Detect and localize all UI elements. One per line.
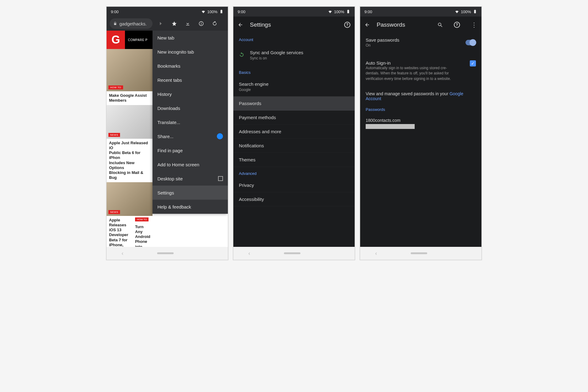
menu-add-home[interactable]: Add to Home screen [153, 157, 228, 172]
app-bar: Settings ? [233, 17, 355, 33]
search-icon[interactable] [437, 22, 443, 28]
settings-accessibility[interactable]: Accessibility [233, 192, 355, 206]
svg-rect-1 [221, 10, 222, 10]
settings-search-engine[interactable]: Search engine Google [233, 77, 355, 96]
back-icon[interactable] [238, 22, 243, 28]
url-bar: gadgethacks. [107, 17, 228, 31]
nav-back-icon[interactable]: ‹ [122, 250, 123, 257]
menu-settings[interactable]: Settings [153, 186, 228, 200]
page-title: Settings [250, 21, 337, 28]
page-title: Passwords [377, 21, 431, 28]
toggle-switch[interactable] [466, 40, 476, 45]
status-bar: 9:00 100% [107, 7, 228, 17]
site-header: G COMPARE P [107, 31, 153, 49]
settings-list[interactable]: Account Sync and Google services Sync is… [233, 33, 355, 247]
nav-home-pill[interactable] [157, 252, 174, 254]
svg-rect-4 [201, 22, 202, 23]
back-icon[interactable] [364, 22, 370, 28]
forward-icon[interactable] [158, 21, 164, 26]
menu-desktop-site[interactable]: Desktop site [153, 172, 228, 186]
overflow-menu: New tab New incognito tab Bookmarks Rece… [153, 31, 228, 214]
password-entry[interactable]: 1800contacts.com [360, 114, 481, 133]
save-passwords-sub: On [366, 43, 399, 47]
checkbox-unchecked-icon[interactable] [218, 176, 223, 181]
settings-payment[interactable]: Payment methods [233, 111, 355, 125]
info-icon[interactable] [198, 21, 204, 26]
article-thumb[interactable]: HOW TO [107, 49, 153, 91]
sync-title: Sync and Google services [250, 50, 303, 55]
menu-new-tab[interactable]: New tab [153, 31, 228, 45]
menu-bookmarks[interactable]: Bookmarks [153, 59, 228, 73]
lock-icon [113, 21, 117, 26]
status-bar: 9:00 100% [233, 7, 355, 17]
menu-help[interactable]: Help & feedback [153, 200, 228, 214]
settings-themes[interactable]: Themes [233, 153, 355, 167]
settings-sync[interactable]: Sync and Google services Sync is on [233, 44, 355, 66]
help-icon[interactable]: ? [454, 22, 460, 28]
tag-howto: HOW TO [135, 217, 149, 221]
settings-passwords[interactable]: Passwords [233, 96, 355, 111]
browser-content: New tab New incognito tab Bookmarks Rece… [107, 31, 228, 247]
menu-share[interactable]: Share... [153, 129, 228, 143]
star-icon[interactable] [172, 21, 177, 26]
section-passwords: Passwords [360, 103, 481, 114]
help-icon[interactable]: ? [344, 22, 350, 28]
svg-line-10 [441, 25, 442, 27]
tag-howto: HOW TO [108, 85, 123, 89]
status-time: 9:00 [364, 9, 372, 14]
svg-rect-7 [474, 10, 476, 13]
settings-addresses[interactable]: Addresses and more [233, 125, 355, 139]
svg-rect-0 [221, 10, 222, 13]
article-thumb[interactable]: NEWS [107, 105, 153, 139]
save-passwords-row[interactable]: Save passwords On [360, 33, 481, 52]
phone-passwords: 9:00 100% Passwords ? ⋮ Save passwords O… [360, 6, 482, 260]
svg-rect-3 [201, 23, 202, 25]
menu-new-incognito[interactable]: New incognito tab [153, 45, 228, 59]
tag-news: NEWS [108, 210, 120, 214]
nav-back-icon[interactable]: ‹ [375, 250, 377, 257]
settings-privacy[interactable]: Privacy [233, 178, 355, 192]
svg-rect-6 [348, 10, 349, 10]
url-field[interactable]: gadgethacks. [110, 18, 153, 29]
menu-translate[interactable]: Translate... [153, 115, 228, 129]
menu-history[interactable]: History [153, 87, 228, 101]
article-title[interactable]: Apple Releases iOS 13 Developer Beta 7 f… [107, 216, 131, 247]
article-title[interactable]: Turn Any Android Phone into a Portable P… [133, 223, 153, 247]
status-bar: 9:00 100% [360, 7, 481, 17]
auto-signin-desc: Automatically sign in to websites using … [366, 66, 451, 81]
menu-downloads[interactable]: Downloads [153, 101, 228, 115]
download-icon[interactable] [185, 21, 190, 26]
reload-icon[interactable] [212, 21, 217, 26]
passwords-body[interactable]: Save passwords On Auto Sign-in Automatic… [360, 33, 481, 247]
site-logo[interactable]: G [107, 31, 125, 49]
password-site: 1800contacts.com [366, 118, 476, 123]
nav-home-pill[interactable] [284, 252, 300, 254]
nav-back-icon[interactable]: ‹ [248, 250, 250, 257]
save-passwords-label: Save passwords [366, 37, 399, 43]
nav-home-pill[interactable] [411, 252, 427, 254]
status-time: 9:00 [238, 9, 245, 14]
site-logo-text: COMPARE P [125, 38, 148, 42]
wifi-icon [201, 9, 205, 14]
auto-signin-row[interactable]: Auto Sign-in Automatically sign in to we… [360, 56, 481, 86]
phone-settings: 9:00 100% Settings ? Account Sync and Go… [233, 6, 355, 260]
section-advanced: Advanced [233, 167, 355, 178]
article-thumb[interactable]: NEWS [107, 182, 153, 216]
svg-point-9 [438, 23, 441, 26]
article-title[interactable]: Make Google Assist Members [107, 91, 153, 105]
menu-recent-tabs[interactable]: Recent tabs [153, 73, 228, 87]
status-battery: 100% [461, 9, 471, 14]
auto-signin-label: Auto Sign-in [366, 60, 451, 66]
settings-notifications[interactable]: Notifications [233, 139, 355, 153]
battery-icon [473, 9, 477, 14]
url-text: gadgethacks. [119, 21, 147, 26]
battery-icon [346, 9, 350, 14]
wifi-icon [328, 9, 332, 14]
menu-find[interactable]: Find in page [153, 143, 228, 157]
svg-rect-8 [475, 10, 475, 10]
sync-icon [239, 52, 244, 58]
checkbox-checked-icon[interactable]: ✓ [470, 60, 476, 66]
sync-sub: Sync is on [250, 56, 303, 60]
section-account: Account [233, 33, 355, 44]
article-title[interactable]: Apple Just Released iO Public Beta 6 for… [107, 139, 153, 182]
